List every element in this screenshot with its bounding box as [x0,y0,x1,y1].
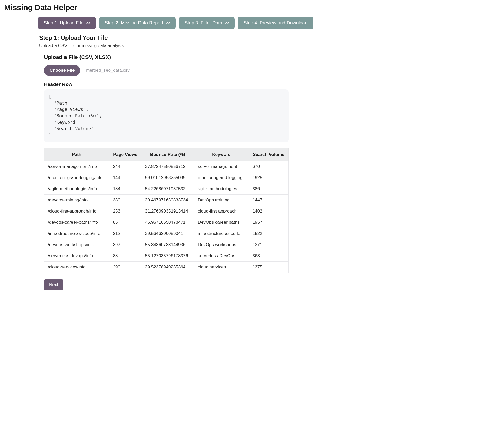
table-cell: 39.52378940235364 [141,262,194,273]
table-row: /infrastructure-as-code/info21239.564620… [44,228,289,239]
step-pill-label: Step 2: Missing Data Report [105,20,163,25]
table-row: /server-management/info24437.87247580556… [44,161,289,172]
table-cell: server management [194,161,249,172]
table-cell: 290 [109,262,141,273]
header-row-label: Header Row [44,82,289,87]
table-header-cell: Bounce Rate (%) [141,148,194,161]
table-cell: 1371 [249,239,288,250]
table-cell: /cloud-first-approach/info [44,206,109,217]
table-cell: 1925 [249,172,288,183]
table-cell: 1447 [249,195,288,206]
step-heading: Step 1: Upload Your File [39,35,289,42]
table-cell: 55.84360733144936 [141,239,194,250]
table-cell: cloud services [194,262,249,273]
table-cell: 363 [249,250,288,262]
table-cell: 88 [109,250,141,262]
table-cell: /infrastructure-as-code/info [44,228,109,239]
table-cell: 39.5646200059041 [141,228,194,239]
table-header-cell: Path [44,148,109,161]
table-row: /devops-workshops/info39755.843607331449… [44,239,289,250]
table-cell: /cloud-services/info [44,262,109,273]
table-cell: cloud-first approach [194,206,249,217]
header-row-code: [ "Path", "Page Views", "Bounce Rate (%)… [44,89,289,142]
table-cell: /devops-career-paths/info [44,217,109,228]
table-cell: 386 [249,183,288,195]
table-cell: 144 [109,172,141,183]
table-cell: 55.127035796178376 [141,250,194,262]
table-cell: /devops-training/info [44,195,109,206]
table-cell: 30.467971630833734 [141,195,194,206]
step-pill-label: Step 4: Preview and Download [243,20,307,25]
table-header-cell: Search Volume [249,148,288,161]
page-title: Missing Data Helper [4,3,298,12]
table-row: /serverless-devops/info8855.127035796178… [44,250,289,262]
table-cell: 1522 [249,228,288,239]
table-cell: DevOps workshops [194,239,249,250]
table-row: /monitoring-and-logging/info14459.010129… [44,172,289,183]
table-cell: DevOps career paths [194,217,249,228]
table-cell: 54.22686071957532 [141,183,194,195]
table-cell: 253 [109,206,141,217]
table-header-cell: Page Views [109,148,141,161]
table-cell: /monitoring-and-logging/info [44,172,109,183]
table-header-cell: Keyword [194,148,249,161]
table-cell: 670 [249,161,288,172]
step-nav: Step 1: Upload File >>Step 2: Missing Da… [38,17,298,29]
table-cell: /agile-methodologies/info [44,183,109,195]
table-row: /devops-career-paths/info8545.9571655047… [44,217,289,228]
step-pill-3[interactable]: Step 3: Filter Data >> [179,17,235,29]
table-cell: 59.01012958255039 [141,172,194,183]
next-button[interactable]: Next [44,279,63,290]
table-cell: serverless DevOps [194,250,249,262]
step-pill-1[interactable]: Step 1: Upload File >> [38,17,96,29]
table-cell: 1957 [249,217,288,228]
table-cell: /devops-workshops/info [44,239,109,250]
table-cell: 37.87247580556712 [141,161,194,172]
table-row: /devops-training/info38030.4679716308337… [44,195,289,206]
step-pill-2[interactable]: Step 2: Missing Data Report >> [99,17,176,29]
table-row: /agile-methodologies/info18454.226860719… [44,183,289,195]
table-cell: 212 [109,228,141,239]
table-cell: 244 [109,161,141,172]
upload-label: Upload a File (CSV, XLSX) [44,54,289,60]
chevron-right-icon: >> [224,20,229,25]
table-cell: monitoring and logging [194,172,249,183]
choose-file-button[interactable]: Choose File [44,65,80,76]
table-cell: DevOps training [194,195,249,206]
table-cell: agile methodologies [194,183,249,195]
table-cell: 380 [109,195,141,206]
table-cell: 31.276090351913414 [141,206,194,217]
table-row: /cloud-services/info29039.52378940235364… [44,262,289,273]
table-cell: 85 [109,217,141,228]
table-cell: 397 [109,239,141,250]
table-cell: /serverless-devops/info [44,250,109,262]
step-pill-label: Step 3: Filter Data [184,20,222,25]
table-cell: 1375 [249,262,288,273]
table-cell: infrastructure as code [194,228,249,239]
uploaded-file-name: merged_seo_data.csv [86,68,129,73]
table-cell: 184 [109,183,141,195]
table-row: /cloud-first-approach/info25331.27609035… [44,206,289,217]
step-subheading: Upload a CSV file for missing data analy… [39,43,289,48]
table-cell: 1402 [249,206,288,217]
step-pill-label: Step 1: Upload File [44,20,83,25]
data-preview-table: PathPage ViewsBounce Rate (%)KeywordSear… [44,148,289,273]
table-cell: /server-management/info [44,161,109,172]
step-pill-4[interactable]: Step 4: Preview and Download [238,17,313,29]
table-cell: 45.95716550478471 [141,217,194,228]
chevron-right-icon: >> [165,20,170,25]
chevron-right-icon: >> [85,20,90,25]
